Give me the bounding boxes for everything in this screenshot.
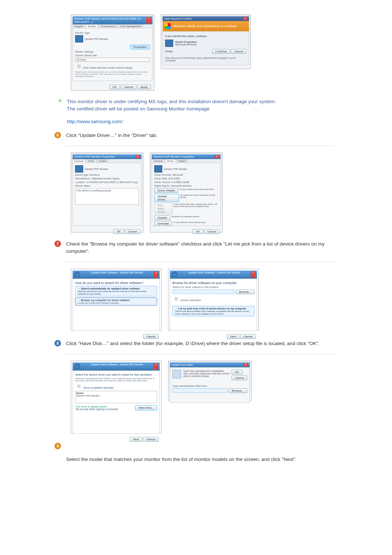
close-icon[interactable]: X: [135, 155, 140, 158]
wizard-select-driver-dialog: ←Update Driver Software - Generic PnP Mo…: [71, 361, 162, 433]
pick-from-list-option[interactable]: → Let me pick from a list of device driv…: [172, 306, 254, 316]
search-label: Search for driver software in this locat…: [172, 286, 254, 288]
tab-adapter[interactable]: Adapter: [73, 24, 85, 28]
compat-checkbox[interactable]: [77, 385, 81, 388]
include-label: Include subfolders: [180, 299, 201, 301]
tell-link[interactable]: Tell me why driver signing is important: [75, 408, 118, 410]
browse-button[interactable]: Browse...: [236, 289, 254, 294]
pnp-general-dialog: Generic PnP Monitor PropertiesX General …: [71, 153, 143, 232]
properties-button[interactable]: Properties: [130, 45, 150, 49]
close-icon[interactable]: X: [244, 363, 248, 366]
search-auto-option[interactable]: → Search automatically for updated drive…: [75, 286, 157, 296]
compat-label: Show compatible hardware: [83, 386, 114, 389]
dialog-title: Generic PnP Monitor Properties: [74, 155, 115, 158]
tab-monitor[interactable]: Monitor: [86, 24, 98, 28]
details-toggle[interactable]: Details: [165, 50, 173, 53]
d-rollback: If the device fails after updating the d…: [173, 203, 218, 214]
loc-label: Location:: [75, 181, 85, 183]
next-button[interactable]: Next: [130, 437, 142, 442]
step-9-bullet: 9: [54, 443, 61, 449]
cancel-button[interactable]: Cancel: [231, 49, 246, 54]
samsung-link[interactable]: http://www.samsung.com/: [67, 119, 123, 124]
close-icon[interactable]: X: [154, 271, 158, 278]
cancel-button[interactable]: Cancel: [240, 334, 256, 339]
ver-value: 6.0.6000.16386: [172, 181, 189, 183]
uac-banner: Windows needs your permission to continu…: [173, 24, 237, 28]
browse-computer-option[interactable]: → Browse my computer for driver software…: [75, 297, 157, 305]
step-8-bullet: 8: [54, 340, 61, 347]
ver-label: Driver Version:: [154, 181, 171, 183]
cancel-button[interactable]: Cancel: [125, 229, 140, 234]
tab-details[interactable]: Details: [176, 159, 188, 163]
close-icon[interactable]: X: [215, 155, 219, 158]
uac-title: User Account Control: [164, 17, 192, 20]
d-update: To update the driver software for this d…: [180, 194, 218, 202]
devtype-label: Device type:: [75, 174, 89, 176]
tab-colormgmt[interactable]: Color Management: [118, 24, 143, 28]
pick-title: Let me pick from a list of device driver…: [178, 307, 246, 310]
copy-path-combo[interactable]: [172, 388, 228, 393]
monitor-icon: [75, 165, 83, 173]
note-icon: ※: [58, 98, 62, 103]
path-combo[interactable]: [172, 289, 235, 294]
tab-driver[interactable]: Driver: [165, 159, 176, 163]
cancel-button[interactable]: Cancel: [121, 85, 136, 89]
hide-modes-checkbox[interactable]: [77, 65, 81, 68]
signer-label: Digital Signer:: [154, 185, 170, 187]
have-disk-button[interactable]: Have Disk...: [135, 405, 157, 410]
disk-icon: [172, 370, 181, 378]
next-button[interactable]: Next: [227, 334, 239, 339]
disable-button[interactable]: Disable: [154, 215, 171, 220]
refresh-select[interactable]: 60 Hertz: [75, 58, 150, 62]
ok-button[interactable]: OK: [113, 229, 124, 234]
wizard-heading: Select the device driver you want to ins…: [75, 373, 157, 376]
ok-button[interactable]: OK: [192, 229, 203, 234]
include-subfolders-checkbox[interactable]: [175, 297, 178, 300]
ok-button[interactable]: OK: [232, 370, 242, 374]
model-item[interactable]: Generic PnP Monitor: [76, 394, 156, 397]
uac-started-label: If you started this action, continue.: [165, 35, 246, 37]
close-icon[interactable]: X: [243, 17, 248, 20]
d-uninstall: To uninstall the driver (Advanced).: [173, 221, 206, 226]
cancel-button[interactable]: Cancel: [143, 437, 159, 442]
close-icon[interactable]: X: [154, 363, 158, 370]
dialog-title: Install From Disk: [171, 363, 193, 366]
close-icon[interactable]: X: [146, 17, 151, 24]
tab-general[interactable]: General: [152, 159, 164, 163]
dialog-titlebar: Generic PnP Monitor and NVIDIA GeForce 6…: [73, 16, 152, 24]
cancel-button[interactable]: Cancel: [143, 334, 159, 339]
cancel-button[interactable]: Cancel: [204, 229, 220, 234]
browse-button[interactable]: Browse...: [229, 388, 247, 393]
monitor-properties-dialog: Generic PnP Monitor and NVIDIA GeForce 6…: [71, 15, 154, 91]
note-line2: The certified driver will be posted on S…: [67, 106, 209, 112]
uninstall-button[interactable]: Uninstall: [154, 221, 172, 226]
opt2-desc: Locate and install driver software manua…: [78, 302, 119, 304]
dialog-title: Update Driver Software - Generic PnP Mon…: [188, 271, 241, 278]
refresh-label: Screen refresh rate:: [75, 54, 150, 57]
d-details: To view details about the driver files.: [179, 188, 214, 193]
back-icon[interactable]: ←: [74, 271, 81, 278]
driver-details-button[interactable]: Driver Details: [154, 188, 178, 193]
tab-troubleshoot[interactable]: Troubleshoot: [99, 24, 117, 28]
tab-general[interactable]: General: [73, 159, 85, 163]
hide-modes-note: Clearing this check box allows you to se…: [75, 71, 150, 77]
step-7-bullet: 7: [54, 240, 61, 247]
ok-button[interactable]: OK: [109, 85, 120, 89]
update-driver-button[interactable]: Update Driver...: [154, 194, 179, 202]
signed-label: This driver is digitally signed.: [75, 405, 118, 408]
pnp-name: Generic PnP Monitor: [164, 168, 187, 170]
monitor-type-label: Monitor Type: [75, 32, 150, 34]
cancel-button[interactable]: Cancel: [232, 376, 247, 380]
apply-button[interactable]: Apply: [137, 85, 151, 89]
back-icon[interactable]: ←: [171, 271, 178, 278]
wizard-desc: Select the manufacturer and model of you…: [75, 377, 157, 382]
note-line1: This monitor driver is under certifying …: [67, 99, 276, 104]
close-icon[interactable]: X: [251, 271, 256, 278]
back-icon[interactable]: ←: [74, 363, 81, 370]
tab-driver[interactable]: Driver: [86, 159, 97, 163]
provider-label: Driver Provider:: [154, 174, 172, 176]
continue-button[interactable]: Continue: [212, 49, 230, 54]
monitor-icon: [75, 35, 83, 42]
tab-details[interactable]: Details: [97, 159, 109, 163]
wizard-heading: How do you want to search for driver sof…: [75, 281, 157, 285]
